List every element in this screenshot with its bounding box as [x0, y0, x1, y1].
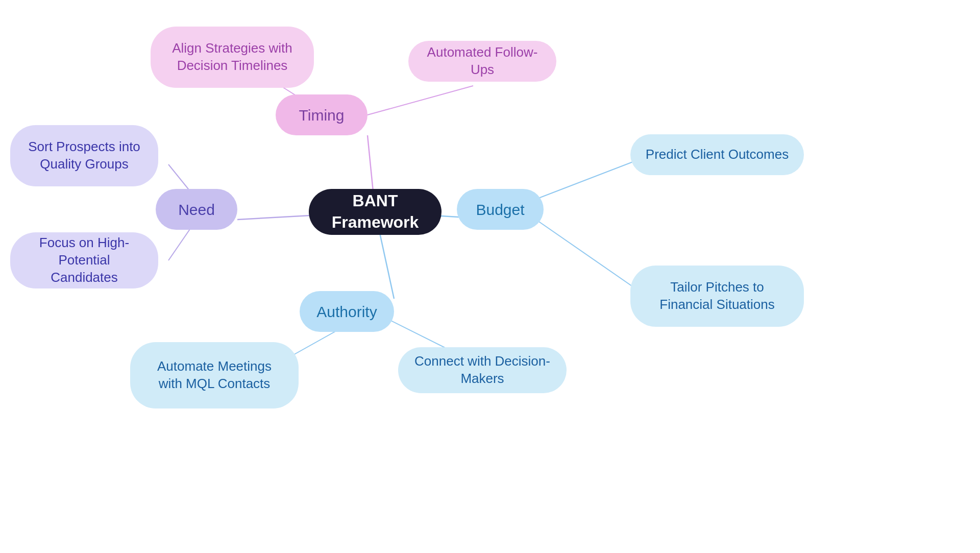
budget-node: Budget: [457, 189, 544, 230]
align-strategies-node: Align Strategies with Decision Timelines: [151, 27, 314, 88]
sort-prospects-node: Sort Prospects into Quality Groups: [10, 125, 158, 186]
connect-decision-makers-node: Connect with Decision-Makers: [398, 347, 567, 393]
svg-line-9: [536, 220, 635, 288]
timing-node: Timing: [276, 94, 368, 135]
need-node: Need: [156, 189, 237, 230]
svg-line-5: [368, 86, 473, 115]
automate-meetings-node: Automate Meetings with MQL Contacts: [130, 342, 299, 408]
focus-high-potential-node: Focus on High-Potential Candidates: [10, 232, 158, 288]
tailor-pitches-node: Tailor Pitches to Financial Situations: [630, 266, 804, 327]
center-node: BANT Framework: [309, 189, 442, 235]
predict-outcomes-node: Predict Client Outcomes: [630, 134, 804, 175]
automated-followups-node: Automated Follow-Ups: [408, 41, 556, 82]
svg-line-8: [536, 161, 635, 199]
authority-node: Authority: [300, 291, 394, 332]
